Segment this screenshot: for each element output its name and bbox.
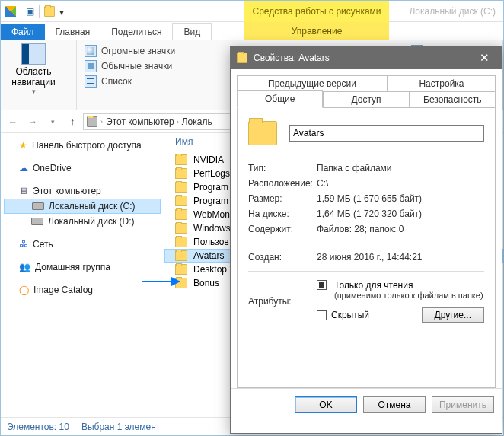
nav-homegroup[interactable]: 👥Домашняя группа (4, 259, 161, 275)
tab-home[interactable]: Главная (45, 24, 101, 40)
tab-general[interactable]: Общие (237, 90, 323, 108)
dialog-buttons: OK Отмена Применить (231, 388, 502, 421)
nav-network[interactable]: 🖧Сеть (4, 237, 161, 252)
nav-this-pc[interactable]: 🖥Этот компьютер (4, 183, 161, 199)
advanced-button[interactable]: Другие... (422, 307, 484, 323)
folder-icon (175, 223, 187, 234)
huge-icon (85, 45, 97, 57)
nav-quick-access[interactable]: ★Панель быстрого доступа (4, 138, 161, 153)
context-tab-manage[interactable]: Управление (244, 22, 389, 40)
context-tab-header: Средства работы с рисунками (244, 1, 389, 22)
size-on-disk-value: 1,64 МБ (1 720 320 байт) (317, 208, 422, 219)
qat-dropdown-icon[interactable]: ▾ (59, 7, 64, 18)
tab-view[interactable]: Вид (172, 23, 212, 40)
readonly-sublabel: (применимо только к файлам в папке) (334, 291, 483, 300)
readonly-checkbox[interactable] (317, 280, 327, 290)
catalog-icon: ◯ (19, 285, 29, 295)
status-selection: Выбран 1 элемент (81, 422, 160, 432)
star-icon: ★ (19, 140, 27, 151)
size-value: 1,59 МБ (1 670 655 байт) (317, 193, 422, 204)
tab-share[interactable]: Поделиться (100, 24, 172, 40)
normal-icon (85, 60, 97, 72)
window-title-disabled: Локальный диск (C:) (409, 1, 496, 22)
readonly-label: Только для чтения (334, 280, 483, 291)
status-count: Элементов: 10 (7, 422, 69, 432)
file-name: Program (193, 196, 228, 206)
drive-icon (31, 218, 43, 225)
file-name: Пользов (193, 237, 229, 247)
pc-icon: 🖥 (19, 186, 28, 196)
divider (69, 5, 69, 18)
back-button[interactable]: ← (4, 113, 22, 131)
tab-security[interactable]: Безопасность (410, 91, 496, 108)
folder-icon (175, 209, 187, 220)
annotation-arrow-icon (142, 281, 180, 282)
network-icon: 🖧 (19, 239, 28, 250)
close-button[interactable]: ✕ (473, 46, 496, 69)
file-name: Program (193, 182, 228, 193)
quick-save-icon[interactable]: ▣ (26, 6, 34, 17)
tab-file[interactable]: Файл (1, 24, 45, 40)
folder-icon (175, 154, 187, 165)
folder-icon (175, 237, 187, 247)
divider (39, 5, 40, 18)
folder-icon (237, 53, 247, 63)
drive-icon (87, 116, 97, 127)
folder-icon (175, 250, 187, 261)
type-value: Папка с файлами (317, 163, 392, 173)
tab-access[interactable]: Доступ (323, 91, 409, 108)
dialog-title: Свойства: Avatars (254, 53, 330, 63)
tab-general-content: Тип:Папка с файлами Расположение:C:\ Раз… (237, 108, 496, 388)
app-icon (5, 6, 16, 17)
location-value: C:\ (317, 178, 328, 189)
homegroup-icon: 👥 (19, 262, 30, 272)
list-icon (85, 75, 97, 88)
file-name: NVIDIA (193, 154, 224, 165)
folder-icon (175, 168, 187, 179)
hidden-checkbox[interactable] (317, 310, 327, 320)
nav-pane-icon (21, 43, 46, 65)
file-name: Windows (193, 223, 231, 234)
file-name: Avatars (193, 250, 224, 261)
nav-pane: ★Панель быстрого доступа ☁OneDrive 🖥Этот… (1, 133, 164, 417)
divider (21, 5, 21, 18)
cloud-icon: ☁ (19, 163, 28, 173)
drive-icon (32, 202, 44, 210)
file-name: WebMon (193, 209, 230, 220)
nav-image-catalog[interactable]: ◯Image Catalog (4, 282, 161, 298)
file-name: PerfLogs (193, 168, 230, 179)
up-button[interactable]: ↑ (63, 113, 81, 131)
folder-icon (175, 196, 187, 206)
nav-pane-button[interactable]: Область навигации ▾ (7, 43, 60, 95)
nav-drive-d[interactable]: Локальный диск (D:) (4, 214, 161, 229)
forward-button[interactable]: → (24, 113, 42, 131)
tab-customize[interactable]: Настройка (388, 75, 496, 91)
hidden-label: Скрытый (331, 310, 369, 320)
tab-previous-versions[interactable]: Предыдущие версии (237, 75, 388, 91)
nav-drive-c[interactable]: Локальный диск (C:) (4, 199, 161, 214)
created-value: 28 июня 2016 г., 14:44:21 (317, 252, 423, 263)
folder-icon (44, 6, 55, 17)
properties-dialog: Свойства: Avatars ✕ Предыдущие версии На… (230, 46, 502, 434)
file-name: Bonus (193, 278, 219, 288)
nav-onedrive[interactable]: ☁OneDrive (4, 161, 161, 176)
folder-icon (175, 264, 187, 275)
apply-button[interactable]: Применить (432, 396, 494, 413)
folder-large-icon (248, 121, 277, 145)
contains-value: Файлов: 28; папок: 0 (317, 224, 404, 234)
recent-button[interactable]: ▾ (43, 113, 62, 131)
folder-name-input[interactable] (289, 125, 484, 142)
cancel-button[interactable]: Отмена (363, 396, 426, 413)
dialog-titlebar[interactable]: Свойства: Avatars ✕ (231, 46, 502, 69)
folder-icon (175, 182, 187, 193)
ok-button[interactable]: OK (295, 396, 357, 413)
